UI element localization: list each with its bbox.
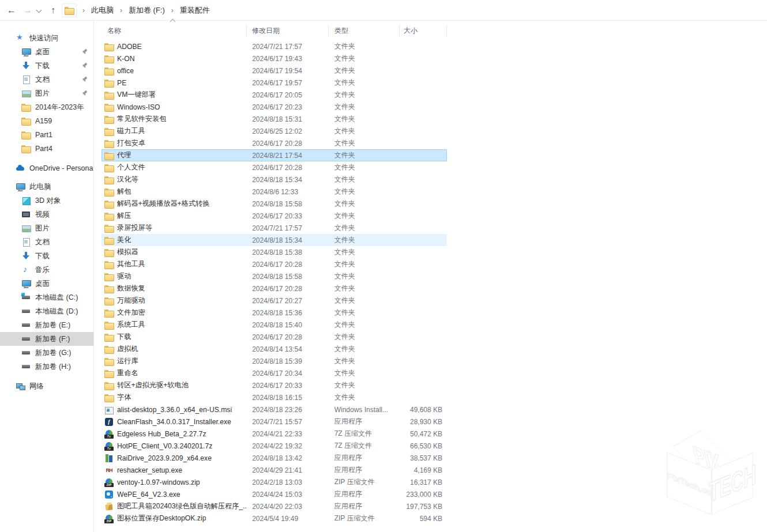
file-type: 文件夹 xyxy=(329,90,400,100)
file-row[interactable]: 万能驱动2024/6/17 20:27文件夹 xyxy=(101,295,447,307)
file-row[interactable]: 驱动2024/8/18 15:58文件夹 xyxy=(101,270,447,282)
file-row[interactable]: 模拟器2024/8/18 15:38文件夹 xyxy=(101,246,447,258)
file-row[interactable]: 磁力工具2024/6/25 12:02文件夹 xyxy=(101,125,447,137)
breadcrumb-drive-f[interactable]: 新加卷 (F:) xyxy=(124,0,170,20)
file-row[interactable]: 解码器+视频播放器+格式转换2024/8/18 15:58文件夹 xyxy=(101,198,447,210)
sidebar-item-3d-objects[interactable]: 3D 对象 xyxy=(0,194,93,207)
sidebar-item-folder-a159[interactable]: A159 xyxy=(0,114,93,128)
file-row[interactable]: 运行库2024/8/18 15:39文件夹 xyxy=(101,355,447,367)
sidebar-item-folder-part4[interactable]: Part4 xyxy=(0,142,93,156)
sidebar-item-folder-2014-2023[interactable]: 2014年-2023年 xyxy=(0,100,93,114)
file-row[interactable]: CleanFlash_34.0.0.317_Installer.exe2024/… xyxy=(101,416,447,428)
sidebar-item-music[interactable]: 音乐 xyxy=(0,263,93,277)
file-row[interactable]: Edgeless Hub_Beta_2.27.7z2024/4/21 22:33… xyxy=(101,428,447,440)
back-button[interactable]: ← xyxy=(5,3,18,17)
sidebar-item-videos[interactable]: 视频 xyxy=(0,207,93,221)
file-name: Windows-ISO xyxy=(117,103,160,111)
file-row[interactable]: 文件加密2024/8/18 15:36文件夹 xyxy=(101,307,447,319)
file-row[interactable]: 解包2024/8/6 12:33文件夹 xyxy=(101,186,447,198)
file-row[interactable]: Windows-ISO2024/6/17 20:23文件夹 xyxy=(101,101,447,113)
pin-icon xyxy=(82,49,88,55)
file-type: 文件夹 xyxy=(329,380,400,390)
sidebar-item-network[interactable]: 网络 xyxy=(0,379,93,393)
file-type: 应用程序 xyxy=(329,501,400,511)
forward-button[interactable]: → xyxy=(21,3,35,17)
sidebar-item-drive-h[interactable]: 新加卷 (H:) xyxy=(0,360,93,373)
file-row[interactable]: reshacker_setup.exe2024/4/29 21:41应用程序4,… xyxy=(101,464,447,476)
sidebar-item-pictures-pinned[interactable]: 图片 xyxy=(0,86,93,100)
file-name-cell: 数据恢复 xyxy=(102,284,247,293)
breadcrumb-this-pc[interactable]: 此电脑 xyxy=(87,0,118,20)
sidebar-item-drive-e[interactable]: 新加卷 (E:) xyxy=(0,318,93,332)
file-row[interactable]: WePE_64_V2.3.exe2024/4/24 15:03应用程序233,0… xyxy=(101,488,447,500)
file-type: 文件夹 xyxy=(329,284,400,293)
file-row[interactable]: 图标位置保存DesktopOK.zip2024/5/4 19:49ZIP 压缩文… xyxy=(101,512,447,525)
file-row[interactable]: 代理2024/8/21 17:54文件夹 xyxy=(101,149,447,161)
file-row[interactable]: 转区+虚拟光驱+软电池2024/6/17 20:33文件夹 xyxy=(101,379,447,391)
file-row[interactable]: 美化2024/8/18 15:34文件夹 xyxy=(101,234,447,246)
file-name: 下载 xyxy=(117,332,131,342)
file-row[interactable]: 重命名2024/6/17 20:34文件夹 xyxy=(101,367,447,379)
file-date-modified: 2024/6/17 20:28 xyxy=(247,285,329,293)
file-row[interactable]: 图吧工具箱202403绿色版自动解压程序_...2024/4/20 22:03应… xyxy=(101,500,447,512)
column-header-type[interactable]: 类型 xyxy=(329,23,400,38)
address-bar-icon-box[interactable] xyxy=(62,3,77,17)
sidebar-item-pictures[interactable]: 图片 xyxy=(0,221,93,235)
file-name-cell: 下载 xyxy=(102,332,247,342)
file-row[interactable]: office2024/6/17 19:54文件夹 xyxy=(101,65,447,77)
file-row[interactable]: 虚拟机2024/8/14 13:54文件夹 xyxy=(101,343,447,355)
sidebar-item-drive-c[interactable]: 本地磁盘 (C:) xyxy=(0,290,93,304)
sidebar-item-label: 新加卷 (F:) xyxy=(35,334,70,344)
sidebar-item-drive-d[interactable]: 本地磁盘 (D:) xyxy=(0,304,93,318)
breadcrumb-current-folder[interactable]: 重装配件 xyxy=(175,0,215,20)
sidebar-item-drive-g[interactable]: 新加卷 (G:) xyxy=(0,346,93,360)
sidebar-item-documents-pinned[interactable]: 文档 xyxy=(0,73,93,86)
sidebar-item-folder-part1[interactable]: Part1 xyxy=(0,128,93,142)
file-name: 图标位置保存DesktopOK.zip xyxy=(117,514,206,523)
file-row[interactable]: 其他工具2024/6/17 20:28文件夹 xyxy=(101,258,447,270)
sidebar-item-documents[interactable]: 文档 xyxy=(0,235,93,249)
file-row[interactable]: 数据恢复2024/6/17 20:28文件夹 xyxy=(101,282,447,295)
file-row[interactable]: PE2024/6/17 19:57文件夹 xyxy=(101,77,447,89)
file-row[interactable]: 打包安卓2024/6/17 20:28文件夹 xyxy=(101,137,447,149)
download-icon xyxy=(21,251,31,261)
file-row[interactable]: 汉化等2024/8/18 15:34文件夹 xyxy=(101,173,447,186)
sidebar-item-downloads-pinned[interactable]: 下载 xyxy=(0,59,93,73)
sidebar-item-desktop[interactable]: 桌面 xyxy=(0,277,93,290)
file-row[interactable]: 解压2024/6/17 20:33文件夹 xyxy=(101,210,447,222)
video-icon xyxy=(21,210,31,219)
up-button[interactable]: ↑ xyxy=(46,3,60,17)
folder-icon xyxy=(104,260,114,269)
file-row[interactable]: HotPE_Client_V0.3.240201.7z2024/4/22 19:… xyxy=(101,440,447,452)
column-header-name[interactable]: 名称 xyxy=(101,23,247,38)
file-date-modified: 2024/8/18 15:34 xyxy=(247,176,329,184)
file-type: 文件夹 xyxy=(329,41,400,51)
file-row[interactable]: 录屏投屏等2024/7/21 17:57文件夹 xyxy=(101,222,447,234)
flash-app-icon xyxy=(104,417,114,427)
file-row[interactable]: 系统工具2024/8/18 15:40文件夹 xyxy=(101,319,447,331)
sidebar-item-label: 桌面 xyxy=(35,279,50,289)
file-row[interactable]: 常见软件安装包2024/8/18 15:31文件夹 xyxy=(101,113,447,125)
sidebar-item-quick-access[interactable]: 快速访问 xyxy=(0,31,93,45)
file-row[interactable]: RaiDrive_2023.9.209_x64.exe2024/8/18 13:… xyxy=(101,452,447,464)
file-row[interactable]: VM一键部署2024/6/17 20:05文件夹 xyxy=(101,89,447,101)
file-row[interactable]: 下载2024/6/17 20:28文件夹 xyxy=(101,331,447,343)
file-type: 文件夹 xyxy=(329,126,400,136)
sidebar-item-label: 新加卷 (G:) xyxy=(35,348,72,358)
sidebar-item-drive-f[interactable]: 新加卷 (F:) xyxy=(0,332,93,346)
column-header-size[interactable]: 大小 xyxy=(400,23,447,38)
file-date-modified: 2024/6/17 20:28 xyxy=(247,261,329,269)
file-row[interactable]: 个人文件2024/6/17 20:28文件夹 xyxy=(101,161,447,173)
file-row[interactable]: alist-desktop_3.36.0_x64_en-US.msi2024/8… xyxy=(101,403,447,416)
sidebar-item-this-pc[interactable]: 此电脑 xyxy=(0,180,93,194)
file-name-cell: 虚拟机 xyxy=(102,344,247,354)
file-row[interactable]: ventoy-1.0.97-windows.zip2024/2/18 13:03… xyxy=(101,476,447,488)
sidebar-item-onedrive[interactable]: OneDrive - Personal xyxy=(0,161,93,175)
file-row[interactable]: ADOBE2024/7/21 17:57文件夹 xyxy=(101,40,447,52)
file-row[interactable]: 字体2024/8/18 16:15文件夹 xyxy=(101,391,447,403)
file-row[interactable]: K-ON2024/6/17 19:43文件夹 xyxy=(101,52,447,65)
sidebar-item-desktop-pinned[interactable]: 桌面 xyxy=(0,45,93,59)
sidebar-item-downloads[interactable]: 下载 xyxy=(0,249,93,263)
column-header-date-modified[interactable]: 修改日期 xyxy=(247,23,329,38)
recent-locations-button[interactable] xyxy=(35,7,43,15)
